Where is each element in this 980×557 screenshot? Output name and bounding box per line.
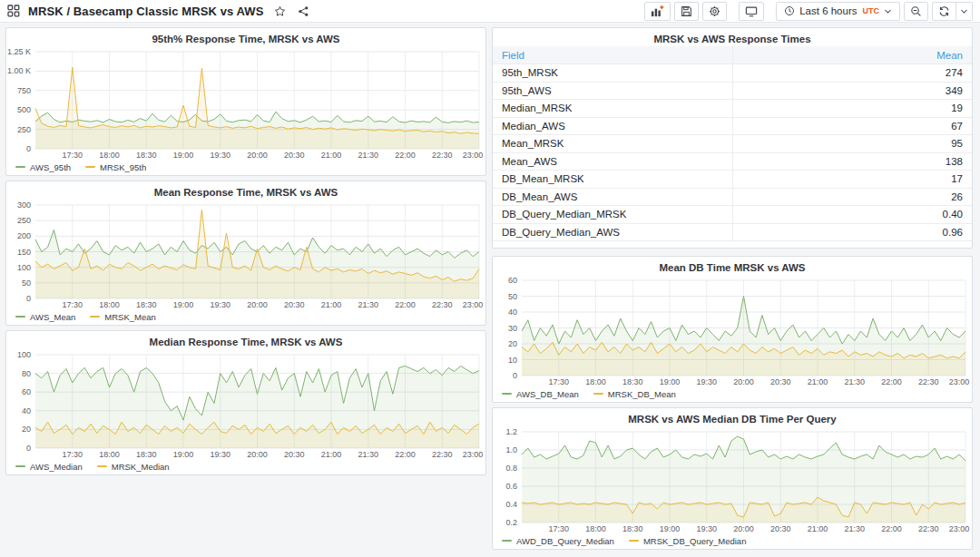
mean-cell: 17 [732,171,972,189]
panel-title[interactable]: MRSK vs AWS Response Times [493,28,972,46]
table-row: Median_AWS67 [493,117,972,135]
y-axis-tick-label: 250 [17,125,31,134]
time-range-label: Last 6 hours [799,5,857,16]
y-axis-tick-label: 0 [26,144,31,153]
legend-item-AWS_DB_Mean[interactable]: AWS_DB_Mean [502,389,579,399]
save-dashboard-button[interactable] [674,2,699,21]
legend-item-MRSK_DB_Mean[interactable]: MRSK_DB_Mean [593,389,676,399]
y-axis-tick-label: 150 [17,248,31,257]
y-axis-tick-label: 300 [17,200,31,210]
x-axis-tick-label: 20:00 [247,151,268,160]
column-header-field[interactable]: Field [493,46,732,64]
legend-swatch [85,166,95,168]
panel-title[interactable]: 95th% Response Time, MRSK vs AWS [6,28,485,46]
field-cell: Median_MRSK [493,100,732,118]
y-axis-tick-label: 1.0 [505,445,517,454]
gear-icon [709,5,720,17]
legend-item-AWD_DB_Query_Median[interactable]: AWD_DB_Query_Median [502,536,614,546]
add-panel-button[interactable] [644,2,671,21]
cycle-view-mode-button[interactable] [739,2,764,21]
field-cell: DB_Mean_MRSK [493,171,732,189]
legend-item-MRSK_Median[interactable]: MRSK_Median [97,462,170,472]
panel-title[interactable]: Mean DB Time MRSK vs AWS [493,257,972,275]
y-axis-tick-label: 100 [17,263,31,272]
legend-swatch [502,540,512,542]
x-axis-tick-label: 20:30 [770,377,791,386]
y-axis-tick-label: 0.2 [505,518,517,527]
y-axis-tick-label: 750 [17,86,31,95]
dashboard-grid-icon[interactable] [7,5,20,17]
x-axis-tick-label: 22:00 [395,300,416,309]
y-axis-tick-label: 20 [508,339,517,348]
x-axis-tick-label: 21:00 [321,450,342,459]
x-axis-tick-label: 20:00 [733,524,754,533]
x-axis-tick-label: 22:30 [918,524,939,533]
chart-plot-area[interactable]: 17:3018:0018:3019:0019:3020:0020:3021:00… [6,349,485,460]
clock-icon [784,5,795,16]
column-header-mean[interactable]: Mean [732,46,972,64]
refresh-dashboard-button[interactable] [932,2,956,21]
x-axis-tick-label: 19:30 [210,151,230,160]
dashboard-settings-button[interactable] [702,2,727,21]
y-axis-tick-label: 500 [17,105,31,114]
y-axis-tick-label: 0.8 [505,464,517,473]
legend-item-AWS_Mean[interactable]: AWS_Mean [15,312,75,322]
legend-label: AWS_95th [30,162,71,172]
x-axis-tick-label: 18:30 [136,450,157,459]
mean-cell: 95 [732,135,972,153]
legend-item-MRSK_DB_Query_Median[interactable]: MRSK_DB_Query_Median [629,536,747,546]
x-axis-tick-label: 21:00 [321,300,342,309]
y-axis-tick-label: 0 [26,444,31,453]
time-range-picker[interactable]: Last 6 hours UTC [776,2,900,21]
zoom-out-time-button[interactable] [904,2,928,21]
legend-label: MRSK_Mean [104,312,156,322]
panel-title[interactable]: Median Response Time, MRSK vs AWS [6,331,485,349]
legend-swatch [15,465,25,467]
x-axis-tick-label: 21:00 [808,524,828,533]
x-axis-tick-label: 22:00 [881,377,902,386]
y-axis-tick-label: 0 [513,371,517,380]
x-axis-tick-label: 23:00 [949,524,970,533]
field-cell: DB_Query_Median_AWS [493,223,732,241]
field-cell: Mean_MRSK [493,135,732,153]
y-axis-tick-label: 1.25 K [7,47,31,56]
panel-title[interactable]: Mean Response Time, MRSK vs AWS [6,181,485,200]
refresh-interval-dropdown[interactable] [956,2,973,21]
x-axis-tick-label: 21:30 [358,450,378,459]
chart-plot-area[interactable]: 17:3018:0018:3019:0019:3020:0020:3021:00… [493,426,972,534]
x-axis-tick-label: 19:30 [696,377,717,386]
chart-plot-area[interactable]: 17:3018:0018:3019:0019:3020:0020:3021:00… [6,200,485,310]
x-axis-tick-label: 18:30 [136,300,157,309]
x-axis-tick-label: 17:30 [62,151,83,160]
x-axis-tick-label: 19:30 [210,300,230,309]
x-axis-tick-label: 20:00 [247,300,268,309]
share-dashboard-button[interactable] [296,5,311,17]
table-row: 95th_MRSK274 [493,64,972,83]
legend-swatch [90,316,100,318]
legend-swatch [502,393,512,395]
y-axis-tick-label: 60 [508,276,517,285]
save-icon [681,5,692,17]
chart-plot-area[interactable]: 17:3018:0018:3019:0019:3020:0020:3021:00… [493,275,972,387]
y-axis-tick-label: 10 [508,356,517,365]
field-cell: Median_AWS [493,117,732,135]
star-dashboard-button[interactable] [272,5,288,17]
chevron-down-icon [884,7,892,15]
legend-item-MRSK_Mean[interactable]: MRSK_Mean [90,312,156,322]
legend-item-MRSK_95th[interactable]: MRSK_95th [85,162,146,172]
chart-plot-area[interactable]: 17:3018:0018:3019:0019:3020:0020:3021:00… [6,46,485,161]
y-axis-tick-label: 50 [508,292,517,301]
star-icon [274,5,286,17]
y-axis-tick-label: 100 [17,350,31,359]
panel-title[interactable]: MRSK vs AWS Median DB Time Per Query [493,408,972,426]
x-axis-tick-label: 20:30 [284,151,305,160]
panel-median-response-time: Median Response Time, MRSK vs AWS 17:301… [5,330,486,475]
field-cell: 95th_MRSK [493,64,732,83]
x-axis-tick-label: 21:30 [358,151,378,160]
y-axis-tick-label: 40 [22,406,31,415]
y-axis-tick-label: 200 [17,231,31,240]
legend-item-AWS_95th[interactable]: AWS_95th [15,162,71,172]
x-axis-tick-label: 23:00 [949,377,970,386]
share-icon [298,5,309,17]
legend-item-AWS_Median[interactable]: AWS_Median [15,462,83,472]
